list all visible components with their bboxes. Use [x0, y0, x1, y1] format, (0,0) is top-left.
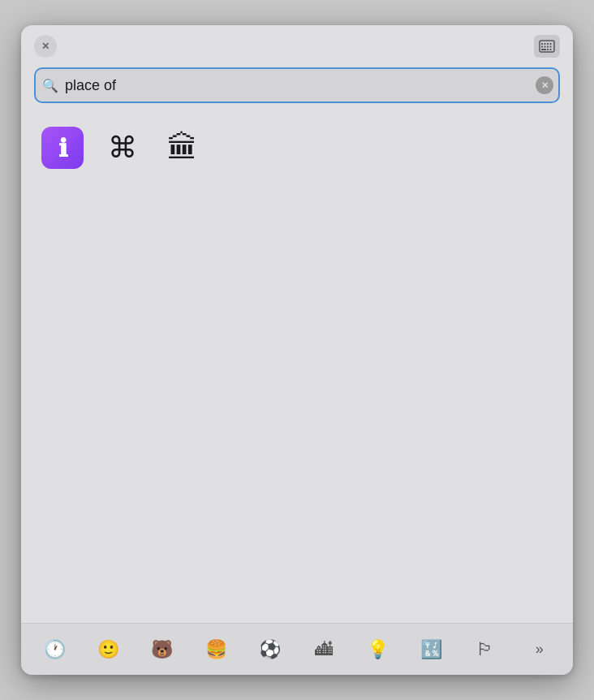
- svg-rect-1: [541, 43, 543, 45]
- emoji-item-command[interactable]: ⌘: [94, 119, 151, 176]
- bottom-bar: 🕐 🙂 🐻 🍔 ⚽ 🏙 💡 🔣 🏳 »: [21, 623, 573, 675]
- svg-rect-3: [547, 43, 549, 45]
- monument-symbol: 🏛: [167, 131, 198, 166]
- search-input[interactable]: [34, 67, 560, 103]
- category-smileys[interactable]: 🙂: [91, 632, 127, 668]
- keyboard-icon[interactable]: [534, 35, 560, 58]
- emoji-item-info[interactable]: ℹ: [34, 119, 91, 176]
- svg-rect-9: [541, 49, 546, 50]
- category-symbols[interactable]: 🔣: [414, 632, 450, 668]
- close-button[interactable]: [34, 35, 57, 58]
- category-animals[interactable]: 🐻: [144, 632, 180, 668]
- svg-rect-6: [544, 46, 546, 48]
- svg-rect-10: [547, 49, 549, 50]
- title-bar: [21, 25, 573, 64]
- clear-button[interactable]: [536, 76, 553, 94]
- command-symbol: ⌘: [108, 131, 137, 165]
- category-recents[interactable]: 🕐: [37, 632, 72, 668]
- svg-rect-8: [550, 46, 552, 48]
- svg-rect-2: [544, 43, 546, 45]
- svg-rect-4: [550, 43, 552, 45]
- emoji-item-monument[interactable]: 🏛: [154, 119, 211, 176]
- more-categories-button[interactable]: »: [522, 632, 557, 668]
- search-bar: 🔍: [34, 67, 560, 103]
- category-objects[interactable]: 💡: [360, 632, 396, 668]
- svg-rect-5: [541, 46, 543, 48]
- emoji-grid: ℹ ⌘ 🏛: [21, 113, 573, 623]
- svg-rect-11: [550, 49, 552, 50]
- category-activities[interactable]: ⚽: [252, 632, 288, 668]
- info-symbol: ℹ: [41, 127, 84, 169]
- category-flags[interactable]: 🏳: [467, 632, 503, 668]
- category-food[interactable]: 🍔: [198, 632, 234, 668]
- svg-rect-7: [547, 46, 549, 48]
- category-travel[interactable]: 🏙: [306, 632, 342, 668]
- character-viewer-window: 🔍 ℹ ⌘ 🏛 🕐 🙂 🐻 🍔 ⚽ 🏙 💡 🔣 🏳 »: [21, 25, 573, 675]
